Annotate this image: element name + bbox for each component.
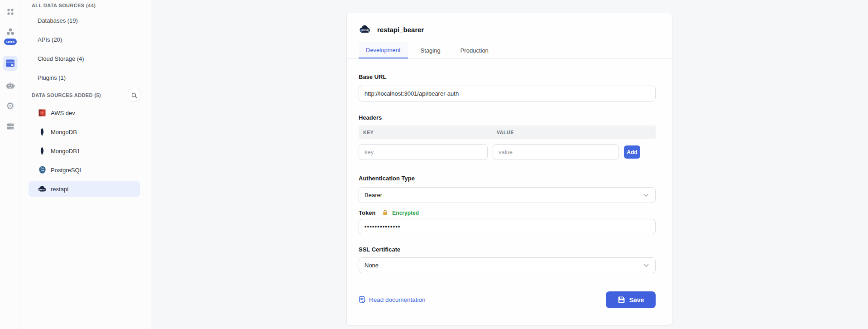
ssl-certificate-value: None: [364, 262, 379, 269]
key-column-header: KEY: [359, 130, 497, 135]
auth-type-value: Bearer: [364, 192, 382, 198]
headers-input-row: Add: [359, 144, 656, 160]
sidebar-item-label: MongoDB: [51, 129, 77, 135]
card-header: (REST) restapi_bearer: [347, 13, 672, 34]
sidebar-item-databases[interactable]: Databases (19): [20, 11, 151, 30]
beta-badge-label: Beta: [6, 40, 14, 44]
environment-tabbar: Development Staging Production: [347, 42, 672, 59]
card-footer: Read documentation Save: [359, 291, 656, 308]
search-icon: [131, 92, 138, 99]
sidebar-item-apis[interactable]: APIs (20): [20, 30, 151, 49]
save-icon: [618, 296, 625, 304]
data-source-config-card: (REST) restapi_bearer Development Stagin…: [346, 13, 672, 325]
token-label-row: Token Encrypted: [359, 209, 656, 216]
base-url-label: Base URL: [359, 73, 656, 80]
sidebar-item-plugins[interactable]: Plugins (1): [20, 68, 151, 87]
icon-rail: Beta ⚙: [0, 0, 20, 329]
sidebar-item-label: Cloud Storage (4): [38, 55, 84, 62]
tab-production[interactable]: Production: [453, 42, 496, 58]
tab-label: Development: [366, 47, 401, 53]
section-title: DATA SOURCES ADDED (5): [20, 92, 101, 98]
read-documentation-label: Read documentation: [369, 296, 426, 303]
form-content: Base URL Headers KEY VALUE Add Authentic…: [347, 73, 672, 308]
chevron-down-icon: [643, 194, 649, 197]
read-documentation-link[interactable]: Read documentation: [359, 296, 426, 304]
ssl-certificate-label: SSL Certificate: [359, 246, 656, 253]
chevron-down-icon: [643, 264, 649, 267]
sidebar-item-label: AWS dev: [51, 110, 75, 116]
sidebar-item-aws-dev[interactable]: AWS dev: [20, 103, 151, 122]
sidebar-item-label: restapi: [51, 186, 68, 193]
encrypted-badge: Encrypted: [392, 210, 419, 216]
data-sources-sidebar: ALL DATA SOURCES (44) Databases (19) API…: [20, 0, 151, 329]
save-button-label: Save: [629, 296, 644, 304]
sidebar-item-mongodb[interactable]: MongoDB: [20, 122, 151, 141]
tab-development[interactable]: Development: [359, 42, 408, 58]
data-sources-icon: [5, 59, 15, 68]
mongodb-icon: [38, 127, 47, 136]
value-column-header: VALUE: [497, 130, 514, 135]
tab-staging[interactable]: Staging: [413, 42, 448, 58]
save-button[interactable]: Save: [606, 291, 656, 308]
mongodb-icon: [38, 146, 47, 155]
postgresql-icon: [38, 165, 47, 174]
main-area: (REST) restapi_bearer Development Stagin…: [151, 0, 868, 329]
marketplace-icon[interactable]: [0, 81, 20, 90]
svg-text:(REST): (REST): [39, 189, 46, 191]
token-input[interactable]: [359, 219, 656, 234]
header-key-input[interactable]: [359, 144, 488, 160]
sidebar-item-label: APIs (20): [38, 36, 62, 43]
people-icon[interactable]: [0, 27, 20, 36]
auth-type-select[interactable]: Bearer: [359, 187, 656, 203]
storage-icon[interactable]: [0, 122, 20, 131]
tab-label: Staging: [421, 47, 441, 54]
sidebar-item-restapi[interactable]: (REST) restapi: [20, 179, 151, 198]
svg-text:(REST): (REST): [360, 29, 369, 32]
sidebar-item-label: Databases (19): [38, 17, 78, 24]
tab-label: Production: [460, 47, 489, 54]
lock-icon: [382, 209, 388, 216]
search-button[interactable]: [128, 89, 140, 102]
beta-badge: Beta: [4, 39, 17, 45]
settings-gear-icon[interactable]: ⚙: [0, 101, 20, 111]
documentation-icon: [359, 296, 366, 304]
sidebar-item-data-sources-active[interactable]: [3, 56, 18, 71]
sidebar-item-cloud-storage[interactable]: Cloud Storage (4): [20, 49, 151, 68]
sidebar-item-postgresql[interactable]: PostgreSQL: [20, 160, 151, 179]
headers-label: Headers: [359, 114, 656, 121]
auth-type-label: Authentication Type: [359, 175, 656, 182]
aws-icon: [38, 108, 47, 117]
sidebar-item-label: Plugins (1): [38, 74, 66, 81]
ssl-certificate-select[interactable]: None: [359, 257, 656, 273]
section-all-data-sources: ALL DATA SOURCES (44): [20, 0, 151, 11]
header-value-input[interactable]: [493, 144, 619, 160]
headers-table-head: KEY VALUE: [359, 126, 656, 139]
add-header-button[interactable]: Add: [624, 145, 640, 159]
token-label: Token: [359, 209, 375, 216]
section-data-sources-added: DATA SOURCES ADDED (5): [20, 87, 151, 103]
apps-grid-icon[interactable]: [0, 7, 20, 16]
sidebar-item-mongodb1[interactable]: MongoDB1: [20, 141, 151, 160]
restapi-icon: (REST): [38, 184, 47, 194]
base-url-input[interactable]: [359, 86, 656, 102]
restapi-icon: (REST): [359, 25, 371, 34]
sidebar-item-label: PostgreSQL: [51, 167, 83, 174]
page-title: restapi_bearer: [377, 26, 424, 34]
sidebar-item-label: MongoDB1: [51, 148, 80, 155]
